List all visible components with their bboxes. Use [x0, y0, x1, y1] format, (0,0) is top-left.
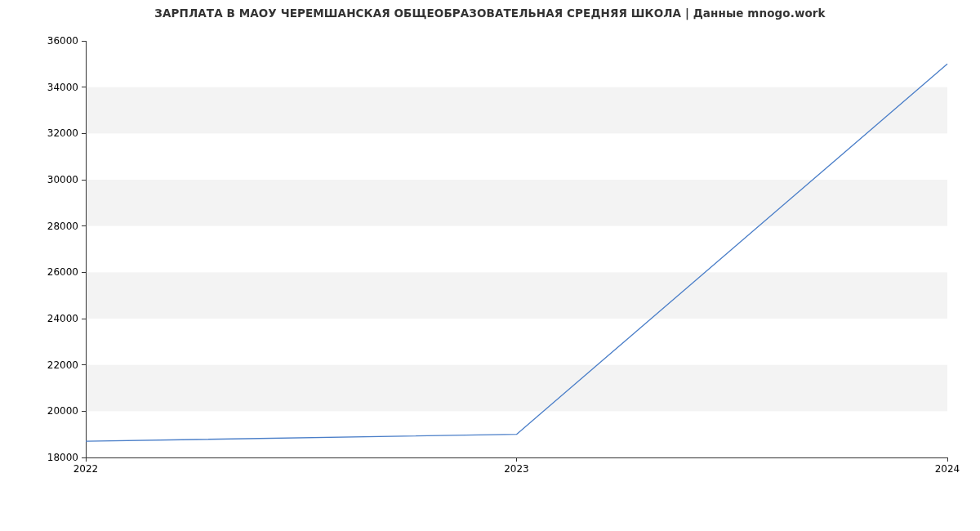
x-tick-label: 2023 — [504, 463, 529, 475]
y-tick-label: 22000 — [47, 359, 78, 371]
x-tick-label: 2024 — [935, 463, 960, 475]
grid-band — [86, 180, 947, 226]
chart-container: ЗАРПЛАТА В МАОУ ЧЕРЕМШАНСКАЯ ОБЩЕОБРАЗОВ… — [0, 0, 980, 531]
y-tick-label: 28000 — [47, 221, 78, 232]
y-tick-label: 30000 — [47, 174, 78, 185]
grid-band — [86, 365, 947, 412]
y-tick-label: 32000 — [47, 127, 78, 139]
y-tick-label: 20000 — [47, 405, 78, 417]
chart-svg: 1800020000220002400026000280003000032000… — [0, 0, 980, 531]
grid-band — [86, 272, 947, 319]
grid-band — [86, 87, 947, 134]
y-tick-label: 24000 — [47, 313, 78, 324]
x-tick-label: 2022 — [74, 463, 99, 475]
y-tick-label: 26000 — [47, 266, 78, 278]
y-tick-label: 36000 — [47, 35, 78, 47]
y-tick-label: 18000 — [47, 452, 78, 463]
y-tick-label: 34000 — [47, 82, 78, 93]
